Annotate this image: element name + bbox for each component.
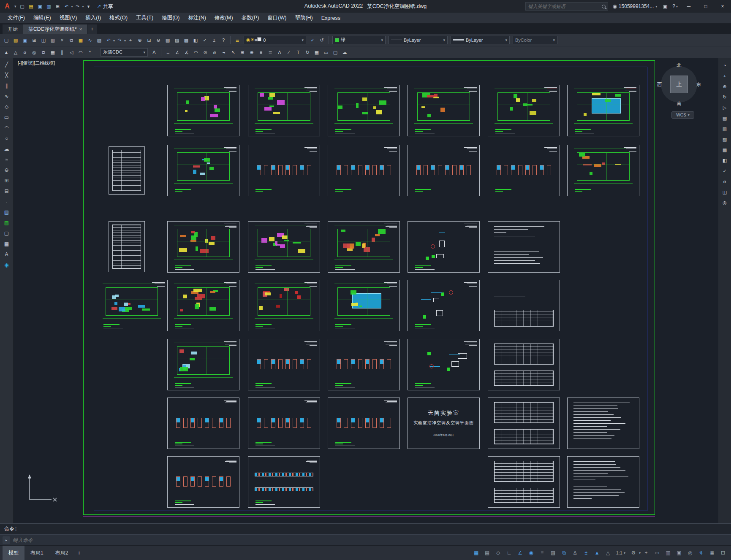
arc-icon[interactable]: ◠ <box>2 123 12 133</box>
revision-cloud-icon[interactable]: ☁ <box>2 144 12 154</box>
sheet-detail[interactable] <box>408 221 480 273</box>
pan-icon[interactable]: + <box>720 71 729 81</box>
linetype-combo[interactable]: ByLayer ▾ <box>389 36 448 44</box>
layer-freeze-icon[interactable]: ☀ <box>250 37 255 42</box>
block-editor-icon[interactable]: ▧ <box>95 35 104 45</box>
new-tab-button[interactable]: + <box>87 24 97 34</box>
sheet-units[interactable] <box>167 398 239 449</box>
sheet-units[interactable] <box>488 145 560 196</box>
layer-color-swatch[interactable] <box>257 37 261 41</box>
dim-aligned-icon[interactable]: ∠ <box>173 48 182 57</box>
sheet-title-page[interactable]: 无菌实验室实验室洁净空调及空调平面图2008年6月25日 <box>408 398 480 449</box>
sheet-units[interactable] <box>328 339 400 390</box>
lineweight-display-icon[interactable]: ≡ <box>537 548 548 558</box>
field-icon[interactable]: ▭ <box>321 48 331 57</box>
annotation-monitor-icon[interactable]: + <box>641 548 652 558</box>
point-icon[interactable]: ∙ <box>2 197 12 207</box>
sheet-plan[interactable] <box>167 339 239 390</box>
undo-icon[interactable]: ↶ <box>104 35 113 45</box>
tolerance-icon[interactable]: ⊞ <box>238 48 247 57</box>
center-mark-icon[interactable]: ⊕ <box>247 48 256 57</box>
dynamic-ucs-icon[interactable]: ∆ <box>570 548 581 558</box>
pan-icon[interactable]: + <box>126 35 135 45</box>
sheet-units[interactable] <box>167 456 239 508</box>
dim-arc-icon[interactable]: ◠ <box>191 48 201 57</box>
plot-preview-icon[interactable]: ◫ <box>39 35 48 45</box>
autoscale-icon[interactable]: △ <box>603 548 614 558</box>
wcs-dropdown[interactable]: WCS ▾ <box>671 111 694 119</box>
sheet-text-doc[interactable] <box>488 221 560 273</box>
revision-cloud-icon[interactable]: ☁ <box>340 48 349 57</box>
annotation-visibility-icon[interactable]: ▲ <box>592 548 603 558</box>
region-icon[interactable]: ▢ <box>2 229 12 238</box>
open-icon[interactable]: ▤ <box>11 35 20 45</box>
sheet-units[interactable] <box>328 398 400 449</box>
dim-style-icon[interactable]: A <box>275 48 284 57</box>
sheet-plan[interactable] <box>488 85 560 136</box>
menu-item[interactable]: 视图(V) <box>55 13 82 23</box>
menu-item[interactable]: 文件(F) <box>3 13 29 23</box>
sheet-plan-dense[interactable] <box>248 221 320 273</box>
draw-order-back-icon[interactable]: △ <box>11 48 20 57</box>
zoom-extents-icon[interactable]: ⊕ <box>720 82 729 91</box>
wipeout-icon[interactable]: ▢ <box>331 48 340 57</box>
dim-ordinate-icon[interactable]: ¬ <box>219 48 228 57</box>
redo-icon[interactable]: ↷ <box>73 2 82 11</box>
search-icon[interactable] <box>602 5 606 8</box>
tool-palettes-icon[interactable]: ▩ <box>182 35 191 45</box>
paste-icon[interactable]: ▦ <box>76 35 85 45</box>
close-icon[interactable]: × <box>79 27 82 32</box>
menu-item[interactable]: Express <box>317 14 345 23</box>
group-icon[interactable]: ⧉ <box>39 48 48 57</box>
minimize-icon[interactable]: ─ <box>680 0 697 13</box>
search-input[interactable] <box>528 4 602 9</box>
quick-properties-icon[interactable]: ▥ <box>663 548 674 558</box>
dim-angular-icon[interactable]: ∡ <box>182 48 191 57</box>
text-style-combo[interactable]: 乐清CDC ▾ <box>101 48 148 57</box>
plotstyle-combo[interactable]: ByColor ▾ <box>513 36 557 44</box>
selection-cycling-icon[interactable]: ⧉ <box>559 548 570 558</box>
sheet-plan-dense[interactable] <box>328 221 400 273</box>
sheet-plan[interactable] <box>167 145 239 196</box>
object-snap-icon[interactable]: ◉ <box>526 548 537 558</box>
quickcalc-icon[interactable]: ± <box>209 35 219 45</box>
copy-icon[interactable]: ⧉ <box>67 35 76 45</box>
plot-icon[interactable]: ⊞ <box>54 2 62 11</box>
measure-icon[interactable]: ⌀ <box>20 48 30 57</box>
menu-item[interactable]: 格式(O) <box>105 13 132 23</box>
viewcube-west[interactable]: 西 <box>657 81 662 88</box>
rectangle-icon[interactable]: ▭ <box>2 113 12 122</box>
text-style-manager-icon[interactable]: A <box>149 48 159 57</box>
menu-item[interactable]: 绘图(D) <box>158 13 184 23</box>
annotation-scale-button[interactable]: 1:1 ▾ <box>614 550 628 555</box>
undo-icon[interactable]: ↶ <box>63 2 71 11</box>
navigation-wheel-icon[interactable]: ◔ <box>720 61 729 70</box>
menu-item[interactable]: 插入(I) <box>81 13 105 23</box>
offset-icon[interactable]: ∥ <box>57 48 67 57</box>
construction-line-icon[interactable]: ╳ <box>2 70 12 80</box>
zoom-window-icon[interactable]: ⊡ <box>144 35 154 45</box>
workspace-switching-icon[interactable]: ⚙ <box>628 548 639 558</box>
plot-icon[interactable]: ⊞ <box>30 35 39 45</box>
grid-icon[interactable]: ▦ <box>471 548 482 558</box>
share-button[interactable]: ↗ 共享 <box>97 3 113 10</box>
tab-model[interactable]: 模型 <box>3 546 24 560</box>
viewport-controls[interactable]: [-][俯视][二维线框] <box>18 60 55 66</box>
dim-edit-icon[interactable]: ∕ <box>284 48 293 57</box>
layer-combo[interactable]: ◉☀■ 0 ▾ <box>244 36 306 44</box>
sheet-table[interactable] <box>109 146 145 195</box>
snap-mode-icon[interactable]: ▤ <box>482 548 493 558</box>
line-icon[interactable]: ╱ <box>2 60 12 70</box>
help-icon[interactable]: ? <box>219 35 228 45</box>
dim-text-edit-icon[interactable]: T <box>293 48 303 57</box>
qnew-icon[interactable]: ▢ <box>2 35 11 45</box>
sheet-plan-dense[interactable] <box>96 280 168 331</box>
array-icon[interactable]: ▦ <box>48 48 57 57</box>
layer-states-icon[interactable]: ▤ <box>720 114 729 123</box>
save-icon[interactable]: ▣ <box>20 35 30 45</box>
menu-item[interactable]: 编辑(E) <box>29 13 55 23</box>
section-plane-icon[interactable]: ◫ <box>720 187 729 197</box>
units-icon[interactable]: ▭ <box>652 548 663 558</box>
open-icon[interactable]: ▤ <box>27 2 35 11</box>
sheet-set-manager-icon[interactable]: ◧ <box>191 35 200 45</box>
